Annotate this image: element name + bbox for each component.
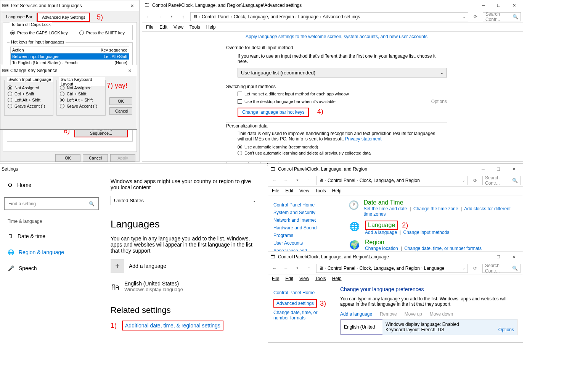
menu-view[interactable]: View [299, 276, 309, 281]
sidebar-region-language[interactable]: 🌐 Region & language [2, 245, 101, 259]
tab-advanced-key[interactable]: Advanced Key Settings [37, 13, 90, 22]
link-change-input[interactable]: Change input methods [403, 230, 450, 235]
forward-button[interactable]: → [282, 176, 290, 185]
radio-in-not-assigned[interactable]: Not Assigned [8, 85, 50, 90]
back-button[interactable]: ← [270, 264, 279, 272]
link-set-time[interactable]: Set the time and date [363, 206, 407, 211]
breadcrumb[interactable]: 🖥› Control Panel› Clock, Language, and R… [190, 12, 468, 21]
radio-capslock[interactable]: Press the CAPS LOCK key [10, 31, 68, 35]
advanced-settings-link[interactable]: Advanced settings [273, 299, 317, 308]
refresh-button[interactable]: ⟳ [471, 264, 479, 272]
menu-edit[interactable]: Edit [285, 276, 293, 281]
close-button[interactable]: ✕ [126, 0, 138, 11]
side-users[interactable]: User Accounts [273, 240, 335, 246]
menu-help[interactable]: Help [206, 24, 216, 30]
back-button[interactable]: ← [145, 13, 153, 21]
link-add-language[interactable]: Add a language [365, 230, 397, 235]
crumb-clr[interactable]: Clock, Language, and Region [360, 178, 420, 183]
close-button[interactable]: ✕ [124, 65, 135, 76]
recent-button[interactable]: ▼ [293, 264, 302, 272]
chk-per-app[interactable]: Let me set a different input method for … [238, 92, 447, 96]
change-formats-link[interactable]: Change date, time, or number formats [273, 310, 329, 321]
forward-button[interactable]: → [282, 264, 290, 272]
menu-edit[interactable]: Edit [159, 24, 167, 30]
up-button[interactable]: ↑ [305, 176, 313, 185]
change-hotkeys-link[interactable]: Change language bar hot keys [238, 108, 309, 117]
menu-tools[interactable]: Tools [315, 188, 326, 193]
side-system[interactable]: System and Security [273, 210, 335, 215]
sidebar-speech[interactable]: 🎤 Speech [2, 261, 101, 275]
side-programs[interactable]: Programs [273, 233, 335, 238]
menu-help[interactable]: Help [332, 276, 342, 281]
crumb-cp[interactable]: Control Panel [328, 266, 355, 271]
additional-settings-link[interactable]: Additional date, time, & regional settin… [122, 321, 223, 330]
privacy-link[interactable]: Privacy statement [345, 136, 381, 142]
menu-help[interactable]: Help [332, 188, 342, 193]
radio-lay-left-alt-shift[interactable]: Left Alt + Shift [60, 98, 102, 102]
crumb-control-panel[interactable]: Control Panel [202, 14, 230, 19]
refresh-button[interactable]: ⟳ [471, 176, 479, 185]
cp-home-link[interactable]: Control Panel Home [273, 202, 335, 208]
welcome-link[interactable]: Apply language settings to the welcome s… [246, 34, 427, 39]
sidebar-home[interactable]: ⚙ Home [2, 178, 101, 192]
refresh-button[interactable]: ⟳ [471, 13, 480, 21]
maximize-button[interactable]: ☐ [491, 251, 506, 262]
search-input[interactable]: Search Contr... 🔍 [483, 12, 521, 21]
language-heading[interactable]: Language [365, 221, 398, 230]
forward-button[interactable]: → [156, 13, 164, 21]
close-button[interactable]: ✕ [506, 251, 521, 262]
region-heading[interactable]: Region [365, 239, 482, 246]
menu-file[interactable]: File [272, 276, 279, 281]
link-change-tz[interactable]: Change the time zone [413, 206, 458, 211]
link-change-formats[interactable]: Change date, time, or number formats [404, 246, 482, 251]
recent-button[interactable]: ▼ [293, 176, 302, 185]
tb-add-language[interactable]: Add a language [340, 311, 372, 317]
cancel-button[interactable]: Cancel [109, 107, 132, 115]
sidebar-date-time[interactable]: 🗓 Date & time [2, 229, 101, 243]
up-button[interactable]: ↑ [305, 264, 313, 272]
country-combo[interactable]: United States ⌄ [111, 196, 259, 205]
radio-shift[interactable]: Press the SHIFT key [79, 31, 125, 35]
close-button[interactable]: ✕ [506, 0, 522, 11]
menu-tools[interactable]: Tools [190, 24, 200, 30]
menu-edit[interactable]: Edit [285, 188, 293, 193]
find-setting-input[interactable]: Find a setting 🔍 [4, 197, 99, 210]
crumb-clr[interactable]: Clock, Language, and Region [234, 14, 294, 19]
link-change-location[interactable]: Change location [365, 246, 398, 251]
menu-file[interactable]: File [146, 24, 153, 30]
minimize-button[interactable]: ─ [476, 164, 491, 174]
search-input[interactable]: Search Contr... 🔍 [482, 264, 521, 273]
search-input[interactable]: Search Contr... 🔍 [482, 176, 521, 185]
maximize-button[interactable]: ☐ [491, 0, 506, 11]
radio-in-grave[interactable]: Grave Accent (`) [8, 104, 50, 108]
add-language-row[interactable]: + Add a language [111, 259, 259, 273]
cancel-button[interactable]: Cancel [83, 154, 108, 162]
crumb-advanced[interactable]: Advanced settings [323, 14, 360, 19]
menu-view[interactable]: View [174, 24, 183, 30]
override-combo[interactable]: Use language list (recommended) ⌄ [238, 68, 447, 77]
crumb-cp[interactable]: Control Panel [328, 178, 355, 183]
date-time-heading[interactable]: Date and Time [363, 199, 515, 206]
crumb-language[interactable]: Language [424, 266, 444, 271]
menu-tools[interactable]: Tools [315, 276, 326, 281]
breadcrumb[interactable]: 🖥› Control Panel› Clock, Language, and R… [316, 264, 468, 273]
tab-language-bar[interactable]: Language Bar [2, 13, 37, 22]
radio-auto-learn[interactable]: Use automatic learning (recommended) [238, 145, 447, 149]
list-row-between[interactable]: Between input languages Left Alt+Shift [11, 53, 129, 60]
side-network[interactable]: Network and Internet [273, 218, 335, 223]
radio-in-left-alt-shift[interactable]: Left Alt + Shift [8, 98, 50, 102]
up-button[interactable]: ↑ [179, 13, 187, 21]
back-button[interactable]: ← [270, 176, 279, 185]
crumb-language[interactable]: Language [298, 14, 318, 19]
side-hardware[interactable]: Hardware and Sound [273, 225, 335, 230]
radio-lay-grave[interactable]: Grave Accent (`) [60, 104, 102, 108]
lang-options-link[interactable]: Options [498, 327, 514, 332]
ok-button[interactable]: OK [109, 97, 132, 105]
language-list-item[interactable]: English (United Windows display language… [340, 319, 517, 335]
close-button[interactable]: ✕ [506, 164, 521, 174]
menu-view[interactable]: View [299, 188, 309, 193]
breadcrumb[interactable]: 🖥› Control Panel› Clock, Language, and R… [316, 176, 468, 185]
menu-file[interactable]: File [272, 188, 279, 193]
minimize-button[interactable]: ─ [476, 0, 491, 11]
minimize-button[interactable]: ─ [476, 251, 491, 262]
